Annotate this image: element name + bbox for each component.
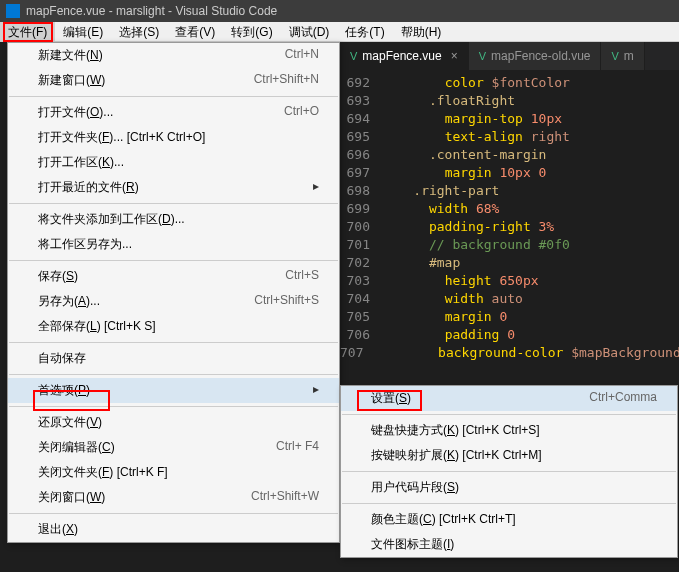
menu-separator [9,406,338,407]
code-line[interactable]: 704 width auto [340,290,679,308]
vue-icon: V [350,50,357,62]
code-line[interactable]: 695 text-align right [340,128,679,146]
menu-separator [9,513,338,514]
menu-5[interactable]: 调试(D) [281,22,338,41]
menu-separator [342,503,676,504]
menu-item-8[interactable]: 将文件夹添加到工作区(D)... [8,207,339,232]
shortcut: Ctrl+S [285,268,319,285]
menu-separator [9,203,338,204]
line-number: 701 [340,236,382,254]
close-icon[interactable]: × [451,49,458,63]
menu-item-0[interactable]: 新建文件(N)Ctrl+N [8,43,339,68]
menu-separator [9,96,338,97]
title-bar: mapFence.vue - marslight - Visual Studio… [0,0,679,22]
menu-item-11[interactable]: 保存(S)Ctrl+S [8,264,339,289]
code-line[interactable]: 693 .floatRight [340,92,679,110]
vscode-icon [6,4,20,18]
menu-item-1[interactable]: 新建窗口(W)Ctrl+Shift+N [8,68,339,93]
menu-item-13[interactable]: 全部保存(L) [Ctrl+K S] [8,314,339,339]
menu-1[interactable]: 编辑(E) [55,22,111,41]
menu-item-9[interactable]: 将工作区另存为... [8,232,339,257]
editor-tab-2[interactable]: Vm [601,42,644,70]
menu-separator [342,471,676,472]
code-line[interactable]: 697 margin 10px 0 [340,164,679,182]
code-line[interactable]: 707 background-color $mapBackground [340,344,679,362]
line-number: 700 [340,218,382,236]
menu-item-3[interactable]: 打开文件(O)...Ctrl+O [8,100,339,125]
menu-item-12[interactable]: 另存为(A)...Ctrl+Shift+S [8,289,339,314]
menu-item-4[interactable]: 打开文件夹(F)... [Ctrl+K Ctrl+O] [8,125,339,150]
menu-bar: 文件(F)编辑(E)选择(S)查看(V)转到(G)调试(D)任务(T)帮助(H) [0,22,679,42]
editor-tab-0[interactable]: VmapFence.vue× [340,42,469,70]
menu-item-7[interactable]: 颜色主题(C) [Ctrl+K Ctrl+T] [341,507,677,532]
menu-item-6[interactable]: 打开最近的文件(R)▸ [8,175,339,200]
menu-separator [9,342,338,343]
menu-item-preferences[interactable]: 首选项(P)▸ [8,378,339,403]
window-title: mapFence.vue - marslight - Visual Studio… [26,0,277,22]
code-line[interactable]: 705 margin 0 [340,308,679,326]
line-number: 703 [340,272,382,290]
shortcut: Ctrl+N [285,47,319,64]
code-line[interactable]: 700 padding-right 3% [340,218,679,236]
menu-separator [342,414,676,415]
preferences-submenu: 设置(S)Ctrl+Comma键盘快捷方式(K) [Ctrl+K Ctrl+S]… [340,385,678,558]
menu-4[interactable]: 转到(G) [223,22,280,41]
line-number: 696 [340,146,382,164]
editor-tabs: VmapFence.vue×VmapFence-old.vueVm [340,42,679,70]
line-number: 695 [340,128,382,146]
menu-item-19[interactable]: 还原文件(V) [8,410,339,435]
menu-separator [9,260,338,261]
shortcut: Ctrl+Shift+W [251,489,319,506]
menu-7[interactable]: 帮助(H) [393,22,450,41]
menu-item-settings[interactable]: 设置(S)Ctrl+Comma [341,386,677,411]
menu-item-21[interactable]: 关闭文件夹(F) [Ctrl+K F] [8,460,339,485]
code-line[interactable]: 699 width 68% [340,200,679,218]
line-number: 702 [340,254,382,272]
menu-item-5[interactable]: 用户代码片段(S) [341,475,677,500]
line-number: 694 [340,110,382,128]
file-menu-dropdown: 新建文件(N)Ctrl+N新建窗口(W)Ctrl+Shift+N打开文件(O).… [7,42,340,543]
shortcut: Ctrl+Shift+N [254,72,319,89]
menu-item-2[interactable]: 键盘快捷方式(K) [Ctrl+K Ctrl+S] [341,418,677,443]
code-line[interactable]: 702 #map [340,254,679,272]
code-line[interactable]: 698 .right-part [340,182,679,200]
vue-icon: V [611,50,618,62]
menu-3[interactable]: 查看(V) [167,22,223,41]
line-number: 698 [340,182,382,200]
shortcut: Ctrl+Comma [589,390,657,407]
menu-item-15[interactable]: 自动保存 [8,346,339,371]
code-line[interactable]: 692 color $fontColor [340,74,679,92]
editor-tab-1[interactable]: VmapFence-old.vue [469,42,602,70]
line-number: 693 [340,92,382,110]
menu-item-20[interactable]: 关闭编辑器(C)Ctrl+ F4 [8,435,339,460]
menu-item-3[interactable]: 按键映射扩展(K) [Ctrl+K Ctrl+M] [341,443,677,468]
vue-icon: V [479,50,486,62]
line-number: 704 [340,290,382,308]
line-number: 697 [340,164,382,182]
menu-2[interactable]: 选择(S) [111,22,167,41]
menu-item-24[interactable]: 退出(X) [8,517,339,542]
menu-separator [9,374,338,375]
shortcut: Ctrl+O [284,104,319,121]
line-number: 692 [340,74,382,92]
code-editor[interactable]: 692 color $fontColor693 .floatRight694 m… [340,70,679,362]
code-line[interactable]: 703 height 650px [340,272,679,290]
menu-item-8[interactable]: 文件图标主题(I) [341,532,677,557]
code-line[interactable]: 701 // background #0f0 [340,236,679,254]
code-line[interactable]: 694 margin-top 10px [340,110,679,128]
line-number: 707 [340,344,375,362]
code-line[interactable]: 696 .content-margin [340,146,679,164]
menu-item-22[interactable]: 关闭窗口(W)Ctrl+Shift+W [8,485,339,510]
line-number: 706 [340,326,382,344]
line-number: 699 [340,200,382,218]
shortcut: Ctrl+ F4 [276,439,319,456]
submenu-arrow-icon: ▸ [303,382,319,399]
menu-item-5[interactable]: 打开工作区(K)... [8,150,339,175]
menu-0[interactable]: 文件(F) [0,22,55,41]
line-number: 705 [340,308,382,326]
submenu-arrow-icon: ▸ [303,179,319,196]
menu-6[interactable]: 任务(T) [337,22,392,41]
shortcut: Ctrl+Shift+S [254,293,319,310]
code-line[interactable]: 706 padding 0 [340,326,679,344]
